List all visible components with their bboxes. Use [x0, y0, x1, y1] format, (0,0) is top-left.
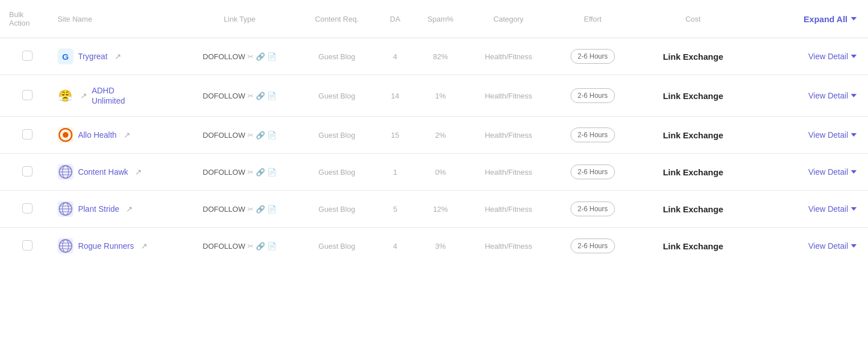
link-icon: 🔗: [256, 52, 265, 61]
row-checkbox[interactable]: [22, 90, 32, 100]
da-cell: 1: [376, 154, 414, 191]
spam-value: 0%: [435, 168, 446, 176]
site-name-link[interactable]: Plant Stride: [78, 204, 119, 213]
effort-badge: 2-6 Hours: [570, 202, 616, 216]
spam-cell: 12%: [414, 191, 466, 228]
row-checkbox[interactable]: [22, 240, 32, 250]
view-detail-button[interactable]: View Detail: [808, 167, 857, 176]
site-name-wrap: G Trygreat ↗: [58, 48, 176, 64]
site-name-cell: Content Hawk ↗: [52, 154, 181, 191]
expand-all-button[interactable]: Expand All: [804, 14, 857, 24]
row-checkbox[interactable]: [22, 51, 32, 61]
da-cell: 4: [376, 38, 414, 75]
external-link-icon[interactable]: ↗: [80, 91, 87, 100]
spam-value: 1%: [435, 92, 446, 100]
table-row: Rogue Runners ↗ DOFOLLOW ✂ 🔗 📄 Guest Blo…: [0, 228, 868, 265]
link-type-cell: DOFOLLOW ✂ 🔗 📄: [187, 168, 292, 176]
view-detail-chevron-icon: [851, 244, 857, 248]
external-link-icon[interactable]: ↗: [115, 52, 121, 61]
row-checkbox[interactable]: [22, 129, 32, 139]
content-req-value: Guest Blog: [319, 92, 355, 100]
spam-cell: 0%: [414, 154, 466, 191]
link-type-cell: DOFOLLOW ✂ 🔗 📄: [187, 52, 292, 61]
spam-value: 2%: [435, 131, 446, 139]
scissors-icon: ✂: [247, 242, 254, 250]
site-name-cell: G Trygreat ↗: [52, 38, 181, 75]
view-detail-button[interactable]: View Detail: [808, 204, 857, 213]
view-detail-button[interactable]: View Detail: [808, 130, 857, 139]
checkbox-cell: [0, 38, 52, 75]
link-type-td: DOFOLLOW ✂ 🔗 📄: [181, 117, 298, 154]
cost-cell: Link Exchange: [635, 228, 752, 265]
listings-table: Bulk Action Site Name Link Type Content …: [0, 0, 868, 264]
cost-value: Link Exchange: [663, 130, 723, 140]
view-detail-button[interactable]: View Detail: [808, 241, 857, 250]
da-cell: 15: [376, 117, 414, 154]
content-req-cell: Guest Blog: [298, 117, 376, 154]
view-detail-button[interactable]: View Detail: [808, 52, 857, 61]
scissors-icon: ✂: [247, 168, 254, 176]
view-detail-cell[interactable]: View Detail: [751, 154, 868, 191]
da-value: 1: [393, 168, 397, 176]
dofollow-text: DOFOLLOW: [203, 168, 245, 176]
site-name-link-2[interactable]: Unlimited: [92, 96, 125, 106]
site-name-link[interactable]: Rogue Runners: [78, 241, 134, 250]
da-value: 14: [391, 92, 399, 100]
view-detail-cell[interactable]: View Detail: [751, 117, 868, 154]
site-name-link[interactable]: ADHD: [92, 85, 125, 96]
category-value: Health/Fitness: [485, 131, 532, 139]
link-type-cell: DOFOLLOW ✂ 🔗 📄: [187, 242, 292, 250]
site-name-link[interactable]: Content Hawk: [78, 167, 128, 176]
view-detail-cell[interactable]: View Detail: [751, 228, 868, 265]
content-req-cell: Guest Blog: [298, 228, 376, 265]
category-value: Health/Fitness: [485, 92, 532, 100]
cost-cell: Link Exchange: [635, 38, 752, 75]
external-link-icon[interactable]: ↗: [141, 241, 148, 250]
site-name-cell: Allo Health ↗: [52, 117, 181, 154]
external-link-icon[interactable]: ↗: [135, 167, 142, 176]
expand-all-chevron-icon: [851, 17, 857, 20]
checkbox-cell: [0, 154, 52, 191]
header-expand-all[interactable]: Expand All: [751, 0, 868, 38]
svg-point-1: [63, 132, 68, 138]
site-name-wrap: Plant Stride ↗: [58, 201, 176, 217]
dofollow-text: DOFOLLOW: [203, 52, 245, 61]
content-req-cell: Guest Blog: [298, 154, 376, 191]
dofollow-text: DOFOLLOW: [203, 92, 245, 100]
view-detail-cell[interactable]: View Detail: [751, 191, 868, 228]
category-value: Health/Fitness: [485, 205, 532, 213]
site-name-link[interactable]: Allo Health: [78, 130, 117, 139]
scissors-icon: ✂: [247, 205, 254, 213]
view-detail-chevron-icon: [851, 133, 857, 137]
cost-value: Link Exchange: [663, 204, 723, 214]
scissors-icon: ✂: [247, 92, 254, 100]
checkbox-cell: [0, 117, 52, 154]
header-effort: Effort: [551, 0, 635, 38]
header-site-name: Site Name: [52, 0, 181, 38]
external-link-icon[interactable]: ↗: [126, 204, 133, 213]
view-detail-button[interactable]: View Detail: [808, 91, 857, 100]
site-name-link[interactable]: Trygreat: [78, 52, 108, 61]
site-name-wrap: 😤 ↗ ADHD Unlimited: [58, 85, 176, 106]
link-icon: 🔗: [256, 131, 265, 139]
effort-cell: 2-6 Hours: [551, 191, 635, 228]
view-detail-label: View Detail: [808, 52, 848, 61]
view-detail-cell[interactable]: View Detail: [751, 38, 868, 75]
link-icon: 🔗: [256, 168, 265, 176]
table-row: Content Hawk ↗ DOFOLLOW ✂ 🔗 📄 Guest Blog…: [0, 154, 868, 191]
link-type-td: DOFOLLOW ✂ 🔗 📄: [181, 38, 298, 75]
cost-cell: Link Exchange: [635, 117, 752, 154]
row-checkbox[interactable]: [22, 203, 32, 213]
cost-cell: Link Exchange: [635, 154, 752, 191]
cost-cell: Link Exchange: [635, 75, 752, 117]
content-req-cell: Guest Blog: [298, 38, 376, 75]
spam-cell: 3%: [414, 228, 466, 265]
header-spam: Spam%: [414, 0, 466, 38]
view-detail-cell[interactable]: View Detail: [751, 75, 868, 117]
external-link-icon[interactable]: ↗: [124, 130, 131, 139]
view-detail-label: View Detail: [808, 91, 848, 100]
doc-icon: 📄: [267, 168, 276, 176]
view-detail-label: View Detail: [808, 130, 848, 139]
row-checkbox[interactable]: [22, 166, 32, 176]
doc-icon: 📄: [267, 205, 276, 213]
